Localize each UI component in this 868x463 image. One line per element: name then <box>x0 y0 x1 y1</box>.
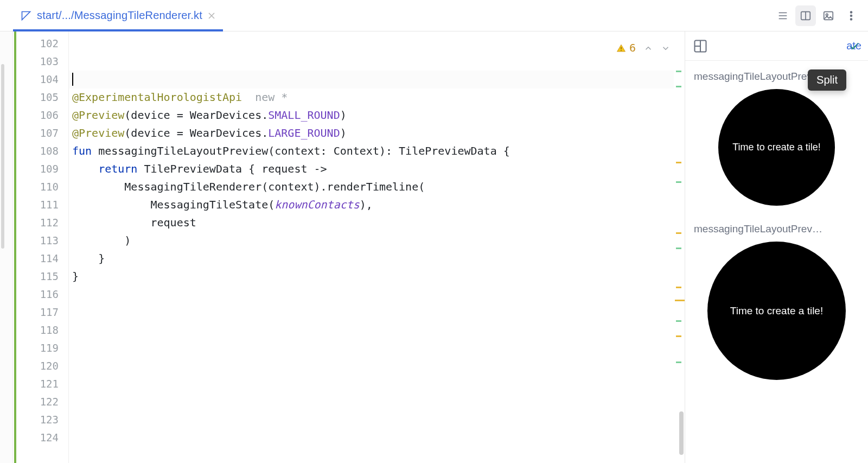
preview-item-label: messagingTileLayoutPreview <box>694 223 824 235</box>
code-line[interactable]: return TilePreviewData { request -> <box>69 160 685 178</box>
code-line[interactable] <box>69 303 685 321</box>
tabbar-toolbar <box>773 5 861 26</box>
code-line[interactable] <box>69 286 685 303</box>
editor-scrollbar-thumb[interactable] <box>679 411 684 455</box>
code-line[interactable]: MessagingTileRenderer(context).renderTim… <box>69 178 685 196</box>
code-line[interactable]: } <box>69 250 685 268</box>
code-line[interactable] <box>69 411 685 429</box>
code-line[interactable] <box>69 71 685 88</box>
editor-gutter: 102 103 104 105 106 107 108 109 110 111 … <box>13 31 68 463</box>
view-mode-split-icon[interactable] <box>795 5 816 26</box>
view-mode-design-icon[interactable] <box>818 5 839 26</box>
line-numbers: 102 103 104 105 106 107 108 109 110 111 … <box>16 31 68 463</box>
code-line[interactable]: @ExperimentalHorologistApi new * <box>69 88 685 106</box>
preview-item-label: messagingTileLayoutPrev... <box>694 71 824 83</box>
toolwindow-scrollbar-thumb[interactable] <box>1 64 4 249</box>
code-line[interactable] <box>69 357 685 375</box>
code-area[interactable]: 6 @ExperimentalHorologistApi new * @Prev… <box>68 31 685 463</box>
wear-preview-large-round[interactable]: Time to create a tile! <box>707 242 846 380</box>
svg-point-2 <box>826 14 828 16</box>
preview-panel: ate messagingTileLayoutPrev... Time to c… <box>685 31 868 463</box>
svg-point-5 <box>851 18 852 20</box>
view-mode-code-icon[interactable] <box>773 5 793 26</box>
ide-body: 102 103 104 105 106 107 108 109 110 111 … <box>0 31 868 463</box>
file-tab[interactable]: start/.../MessagingTileRenderer.kt <box>13 0 223 31</box>
code-line[interactable] <box>69 35 685 53</box>
editor-tabbar: start/.../MessagingTileRenderer.kt <box>0 0 868 31</box>
svg-point-3 <box>851 11 852 13</box>
code-line[interactable]: @Preview(device = WearDevices.LARGE_ROUN… <box>69 124 685 142</box>
tooltip-split: Split <box>808 69 846 91</box>
code-line[interactable] <box>69 339 685 357</box>
file-tab-title: start/.../MessagingTileRenderer.kt <box>37 9 202 22</box>
code-line[interactable] <box>69 53 685 71</box>
close-tab-icon[interactable] <box>208 12 215 20</box>
code-line[interactable]: MessagingTileState(knownContacts), <box>69 196 685 214</box>
code-line[interactable]: fun messagingTileLayoutPreview(context: … <box>69 142 685 160</box>
preview-item[interactable]: messagingTileLayoutPrev... Time to creat… <box>694 71 859 206</box>
code-line[interactable]: ) <box>69 232 685 250</box>
code-line[interactable]: @Preview(device = WearDevices.SMALL_ROUN… <box>69 106 685 124</box>
error-stripe[interactable] <box>674 31 685 463</box>
preview-tile-text: Time to create a tile! <box>732 142 820 153</box>
preview-item[interactable]: messagingTileLayoutPreview Time to creat… <box>694 223 859 380</box>
code-line[interactable] <box>69 375 685 393</box>
code-line[interactable] <box>69 429 685 447</box>
left-toolwindow-stripe <box>0 31 13 463</box>
ide-root: start/.../MessagingTileRenderer.kt <box>0 0 868 463</box>
preview-layout-icon[interactable] <box>693 39 708 54</box>
preview-toolbar: ate <box>685 31 868 61</box>
code-line[interactable]: } <box>69 268 685 286</box>
preview-tile-text: Time to create a tile! <box>730 305 823 317</box>
svg-point-4 <box>851 15 852 16</box>
more-icon[interactable] <box>841 5 861 26</box>
code-line[interactable] <box>69 393 685 411</box>
code-editor[interactable]: 102 103 104 105 106 107 108 109 110 111 … <box>13 31 685 463</box>
code-line[interactable] <box>69 321 685 339</box>
preview-status-text-truncated: ate <box>846 40 861 52</box>
kotlin-file-icon <box>21 10 31 21</box>
preview-body[interactable]: messagingTileLayoutPrev... Time to creat… <box>685 61 868 463</box>
code-line[interactable]: request <box>69 214 685 232</box>
svg-rect-1 <box>824 11 833 20</box>
wear-preview-small-round[interactable]: Time to create a tile! <box>718 89 835 206</box>
